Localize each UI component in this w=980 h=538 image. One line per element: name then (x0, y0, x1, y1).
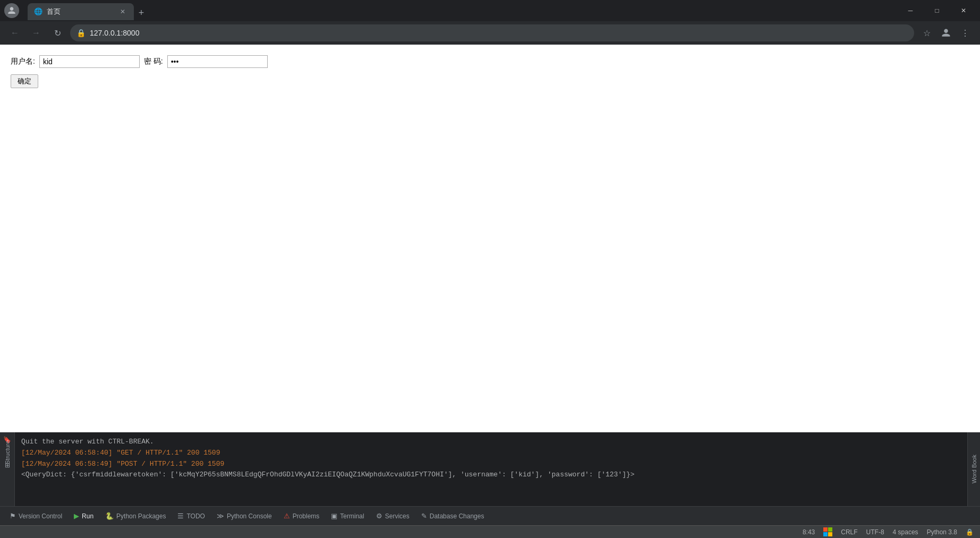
tab-version-control[interactable]: ⚑ Version Control (4, 509, 67, 524)
tab-python-console[interactable]: ≫ Python Console (211, 509, 277, 524)
python-console-icon: ≫ (217, 512, 224, 520)
ide-right-strip: Word Book (967, 432, 980, 506)
tab-database-changes-label: Database Changes (430, 513, 484, 520)
tab-services-label: Services (385, 513, 410, 520)
profile-dropdown[interactable] (4, 3, 19, 18)
browser-window: 🌐 首页 ✕ + ─ □ ✕ ← → ↻ 🔒 127.0.0.1:8000 ☆ … (0, 0, 980, 538)
run-icon: ▶ (74, 512, 79, 520)
close-button[interactable]: ✕ (951, 2, 976, 19)
charset-display: UTF-8 (866, 528, 884, 536)
status-ms-logo (823, 527, 832, 536)
maximize-button[interactable]: □ (925, 2, 949, 19)
word-book-label[interactable]: Word Book (971, 455, 977, 483)
tab-problems[interactable]: ⚠ Problems (278, 509, 325, 524)
ide-panel: 🔖 Structure ⊞ Quit the server with CTRL-… (0, 432, 980, 525)
tab-todo-label: TODO (186, 513, 204, 520)
terminal-panel: 🔖 Structure ⊞ Quit the server with CTRL-… (0, 432, 980, 506)
tab-python-console-label: Python Console (227, 513, 272, 520)
terminal-line-1: Quit the server with CTRL-BREAK. (21, 437, 961, 448)
tab-close-button[interactable]: ✕ (118, 7, 127, 16)
nav-bar: ← → ↻ 🔒 127.0.0.1:8000 ☆ ⋮ (0, 21, 980, 45)
time-display: 8:43 (803, 528, 815, 536)
terminal-icon: ▣ (331, 512, 337, 520)
structure-label[interactable]: Structure (2, 447, 13, 458)
tab-terminal[interactable]: ▣ Terminal (326, 509, 369, 524)
password-label: 密 码: (144, 57, 163, 66)
status-indent[interactable]: 4 spaces (893, 528, 918, 536)
tab-python-packages-label: Python Packages (116, 513, 166, 520)
nav-right: ☆ ⋮ (918, 24, 974, 41)
browser-tab[interactable]: 🌐 首页 ✕ (28, 3, 134, 20)
username-label: 用户名: (11, 57, 35, 66)
tab-python-packages[interactable]: 🐍 Python Packages (100, 509, 171, 524)
window-controls: ─ □ ✕ (898, 2, 976, 19)
forward-button[interactable]: → (28, 24, 45, 41)
problems-icon: ⚠ (284, 512, 290, 520)
login-form: 用户名: 密 码: (11, 55, 969, 68)
password-input[interactable] (167, 55, 268, 68)
database-changes-icon: ✎ (421, 512, 427, 520)
submit-button[interactable]: 确定 (11, 74, 38, 88)
python-packages-icon: 🐍 (105, 512, 114, 520)
bookmark-button[interactable]: ☆ (918, 24, 935, 41)
tab-run-label: Run (82, 513, 93, 520)
python-display: Python 3.8 (927, 528, 957, 536)
version-control-icon: ⚑ (10, 512, 16, 520)
terminal-line-2: [12/May/2024 06:58:40] "GET / HTTP/1.1" … (21, 448, 961, 459)
webpage-area: 用户名: 密 码: 确定 (0, 45, 980, 432)
reload-button[interactable]: ↻ (49, 24, 66, 41)
services-icon: ⚙ (376, 512, 382, 520)
lock-status-icon: 🔒 (966, 528, 974, 536)
tab-favicon: 🌐 (34, 7, 42, 16)
terminal-output[interactable]: Quit the server with CTRL-BREAK. [12/May… (15, 432, 967, 506)
tab-todo[interactable]: ☰ TODO (172, 509, 210, 524)
tab-database-changes[interactable]: ✎ Database Changes (416, 509, 490, 524)
indent-display: 4 spaces (893, 528, 918, 536)
url-text: 127.0.0.1:8000 (90, 29, 908, 37)
todo-icon: ☰ (177, 512, 184, 520)
status-crlf[interactable]: CRLF (841, 528, 857, 536)
tab-version-control-label: Version Control (19, 513, 62, 520)
lock-icon: 🔒 (76, 29, 86, 37)
tab-title: 首页 (47, 7, 114, 16)
address-bar[interactable]: 🔒 127.0.0.1:8000 (70, 24, 914, 41)
back-button[interactable]: ← (6, 24, 23, 41)
tab-terminal-label: Terminal (340, 513, 364, 520)
tab-run[interactable]: ▶ Run (69, 509, 99, 524)
status-charset[interactable]: UTF-8 (866, 528, 884, 536)
profile-button[interactable] (938, 24, 955, 41)
browser-content: 用户名: 密 码: 确定 (0, 45, 980, 432)
title-bar: 🌐 首页 ✕ + ─ □ ✕ (0, 0, 980, 21)
tab-services[interactable]: ⚙ Services (371, 509, 415, 524)
minimize-button[interactable]: ─ (898, 2, 923, 19)
terminal-line-3: [12/May/2024 06:58:49] "POST / HTTP/1.1"… (21, 459, 961, 470)
username-input[interactable] (39, 55, 140, 68)
crlf-display: CRLF (841, 528, 857, 536)
ide-left-strip: 🔖 Structure ⊞ (0, 432, 15, 506)
status-time: 8:43 (803, 528, 815, 536)
new-tab-button[interactable]: + (134, 5, 149, 20)
status-python[interactable]: Python 3.8 (927, 528, 957, 536)
terminal-line-4: <QueryDict: {'csrfmiddlewaretoken': ['kc… (21, 469, 961, 481)
menu-button[interactable]: ⋮ (957, 24, 974, 41)
ide-tab-bar: ⚑ Version Control ▶ Run 🐍 Python Package… (0, 506, 980, 525)
status-bar: 8:43 CRLF UTF-8 4 spaces Python 3.8 🔒 (0, 525, 980, 538)
tab-problems-label: Problems (293, 513, 320, 520)
status-lock[interactable]: 🔒 (966, 528, 974, 536)
